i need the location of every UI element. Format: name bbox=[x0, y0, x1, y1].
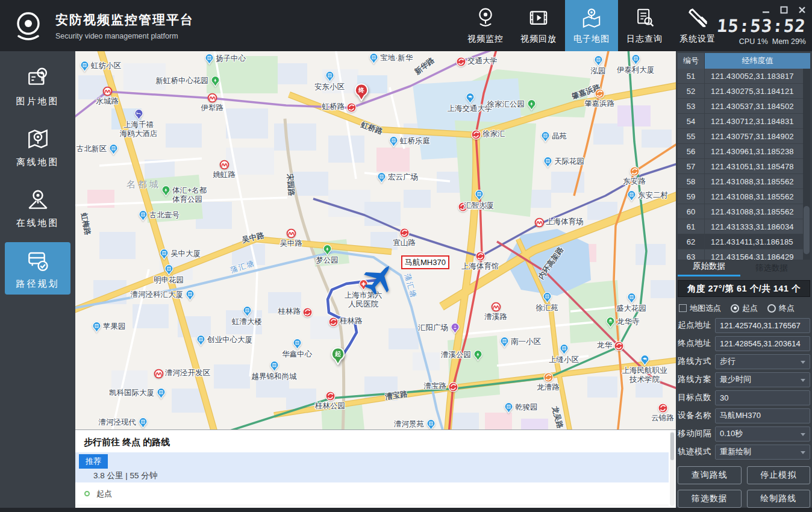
poi-label: 交通大学 bbox=[467, 57, 498, 66]
minimize-button[interactable] bbox=[761, 6, 770, 14]
filter-data-button[interactable]: 筛选数据 bbox=[678, 490, 742, 508]
marker-start[interactable]: 起 bbox=[329, 345, 347, 367]
query-route-button[interactable]: 查询路线 bbox=[678, 466, 742, 484]
svg-text:终: 终 bbox=[358, 87, 365, 93]
table-scrollbar[interactable] bbox=[803, 69, 810, 260]
poi-label: 伊泰利大厦 bbox=[593, 66, 676, 75]
table-row[interactable]: 63121.431564,31.186429 bbox=[678, 249, 810, 260]
poi-park-icon bbox=[160, 186, 172, 199]
table-row[interactable]: 56121.430961,31.185238 bbox=[678, 144, 810, 159]
poi-label: 汇智大厦 bbox=[437, 201, 521, 210]
poi-pin-icon bbox=[542, 157, 554, 170]
nav-item-monitor[interactable]: 视频监控 bbox=[459, 0, 512, 51]
table-row[interactable]: 61121.431333,31.186034 bbox=[678, 219, 810, 234]
poi-label: 桂林路 bbox=[278, 307, 301, 316]
poi-pin-icon bbox=[91, 322, 102, 336]
end-address-input[interactable]: 121.428545,31.203614 bbox=[715, 336, 810, 351]
poi-label: 华鑫中心 bbox=[255, 350, 339, 359]
maximize-button[interactable] bbox=[779, 6, 788, 14]
tab-active[interactable]: 原始数据 bbox=[678, 261, 740, 276]
track-mode-dropdown[interactable]: 重新绘制 bbox=[715, 445, 810, 460]
window-controls bbox=[761, 6, 806, 14]
row-coord-cell: 121.431088,31.185562 bbox=[705, 174, 810, 189]
marker-end[interactable]: 终 bbox=[352, 81, 370, 104]
data-tabs: 原始数据筛选数据 bbox=[678, 260, 810, 276]
poi-park-icon bbox=[472, 350, 484, 364]
poi-label: 漕宝路 bbox=[424, 382, 447, 391]
poi-label: 南一小区 bbox=[511, 337, 541, 346]
table-row[interactable]: 53121.430537,31.184502 bbox=[678, 99, 810, 114]
move-interval-dropdown[interactable]: 0.10秒 bbox=[715, 426, 810, 442]
row-coord-cell: 121.430757,31.184902 bbox=[705, 129, 810, 143]
nav-item-emap[interactable]: 电子地图 bbox=[565, 0, 618, 51]
right-panel: 编号 经纬度值 51121.430052,31.18381752121.4302… bbox=[676, 51, 812, 508]
recommended-badge: 推荐 bbox=[79, 454, 108, 469]
angle-status-bar: 角度 27°/第 61 个/共 141 个 bbox=[678, 280, 810, 297]
table-row[interactable]: 62121.431411,31.186185 bbox=[678, 234, 810, 249]
table-row[interactable]: 59121.431088,31.185562 bbox=[678, 189, 810, 204]
route-step-row[interactable]: 起点 bbox=[75, 482, 669, 505]
row-coord-cell: 121.431088,31.185562 bbox=[705, 204, 810, 219]
sidebar-item-picmap[interactable]: 图片地图 bbox=[5, 60, 70, 112]
route-mode-dropdown[interactable]: 步行 bbox=[715, 354, 810, 369]
poi-label: 徐家汇公园 bbox=[487, 100, 525, 109]
poi-label: 古北新区 bbox=[77, 145, 107, 154]
table-row[interactable]: 51121.430052,31.183817 bbox=[678, 69, 810, 84]
poi-label: 上海千禧海鸥大酒店 bbox=[96, 120, 181, 139]
start-address-input[interactable]: 121.425740,31.176567 bbox=[715, 318, 810, 333]
map-pick-checkbox[interactable] bbox=[679, 304, 687, 312]
map-canvas[interactable]: 虹纺小区扬子中心宝地·新华新华路交通大学上海交通大学徐家汇公园肇嘉浜路肇嘉浜路泓… bbox=[75, 51, 676, 429]
poi-label: 龙华 bbox=[597, 341, 612, 350]
cpu-mem-stats: CPU 1% Mem 29% bbox=[739, 37, 806, 46]
sidebar-item-onmap[interactable]: 在线地图 bbox=[5, 181, 70, 234]
tab-inactive[interactable]: 筛选数据 bbox=[740, 263, 803, 276]
poi-metro2-icon bbox=[448, 381, 459, 395]
device-name-input[interactable]: 马航MH370 bbox=[715, 408, 810, 423]
app-logo-camera-icon bbox=[8, 6, 48, 46]
row-id-cell: 53 bbox=[678, 99, 705, 113]
route-plan-label: 路线方案 bbox=[678, 374, 715, 385]
poi-pin-icon bbox=[79, 61, 90, 75]
stop-simulation-button[interactable]: 停止模拟 bbox=[747, 466, 811, 484]
form-row-route-mode: 路线方式步行 bbox=[678, 352, 810, 370]
table-row[interactable]: 55121.430757,31.184902 bbox=[678, 129, 810, 144]
end-radio[interactable] bbox=[767, 304, 776, 313]
road-label: 宋园路 bbox=[284, 173, 296, 197]
poi-label: 漕河泾开发区 bbox=[165, 369, 210, 378]
poi-label: 云锦路 bbox=[620, 414, 676, 423]
nav-item-playback[interactable]: 视频回放 bbox=[512, 0, 565, 51]
route-recommended-band[interactable]: 推荐 3.8 公里 | 55 分钟 bbox=[75, 452, 669, 482]
row-id-cell: 54 bbox=[678, 114, 705, 128]
nav-item-settings[interactable]: 系统设置 bbox=[671, 0, 724, 51]
move-interval-value: 0.10秒 bbox=[720, 428, 743, 439]
route-plan-dropdown[interactable]: 最少时间 bbox=[715, 372, 810, 387]
poi-park-icon bbox=[210, 76, 221, 90]
target-points-label: 目标点数 bbox=[678, 392, 715, 403]
row-coord-cell: 121.431564,31.186429 bbox=[705, 249, 810, 260]
start-radio[interactable] bbox=[731, 304, 739, 313]
track-mode-value: 重新绘制 bbox=[720, 446, 751, 457]
row-coord-cell: 121.430712,31.184831 bbox=[705, 114, 810, 128]
table-row[interactable]: 58121.431088,31.185562 bbox=[678, 174, 810, 189]
close-button[interactable] bbox=[798, 6, 806, 14]
table-row[interactable]: 60121.431088,31.185562 bbox=[678, 204, 810, 219]
row-id-cell: 56 bbox=[678, 144, 705, 158]
nav-item-label: 日志查询 bbox=[626, 34, 663, 45]
form-row-target-points: 目标点数30 bbox=[678, 389, 810, 407]
draw-route-button[interactable]: 绘制路线 bbox=[747, 490, 811, 508]
sidebar-item-route[interactable]: 路径规划 bbox=[5, 242, 70, 295]
nav-item-log[interactable]: 日志查询 bbox=[618, 0, 671, 51]
table-row[interactable]: 57121.431051,31.185478 bbox=[678, 159, 810, 174]
poi-pin-icon bbox=[540, 131, 551, 145]
route-panel-scrollbar[interactable] bbox=[670, 431, 675, 506]
target-points-input[interactable]: 30 bbox=[715, 390, 810, 405]
table-scrollbar-thumb[interactable] bbox=[804, 206, 810, 254]
table-row[interactable]: 52121.430275,31.184121 bbox=[678, 84, 810, 99]
route-panel-scrollbar-thumb[interactable] bbox=[670, 432, 674, 460]
poi-pin-icon bbox=[425, 419, 437, 430]
move-interval-label: 移动间隔 bbox=[678, 428, 715, 439]
sidebar-item-offmap[interactable]: 离线地图 bbox=[5, 120, 70, 173]
row-coord-cell: 121.430961,31.185238 bbox=[705, 144, 810, 158]
table-row[interactable]: 54121.430712,31.184831 bbox=[678, 114, 810, 129]
header-nav: 视频监控视频回放电子地图日志查询系统设置 bbox=[459, 0, 724, 51]
